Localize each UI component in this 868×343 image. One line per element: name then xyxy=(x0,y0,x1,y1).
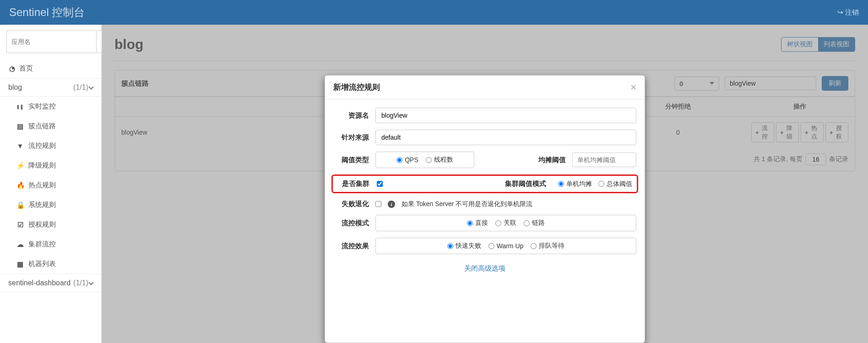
label-cluster: 是否集群 xyxy=(337,180,369,188)
label-threshold: 均摊阈值 xyxy=(538,156,566,164)
list-icon: ▤ xyxy=(16,122,24,131)
cluster-highlighted-row: 是否集群 集群阈值模式 单机均摊 总体阈值 xyxy=(331,174,638,193)
grid-icon: ▦ xyxy=(16,260,24,268)
check-icon: ☑ xyxy=(16,221,24,229)
label-cluster-mode: 集群阈值模式 xyxy=(505,180,546,188)
origin-input[interactable] xyxy=(375,130,636,145)
sidebar-item-flow-rule[interactable]: ▼流控规则 xyxy=(0,136,101,156)
app-header-blog[interactable]: blog (1/1) xyxy=(0,78,101,97)
grade-radio-group: QPS 线程数 xyxy=(375,152,474,168)
sidebar: 搜索 ◔ 首页 blog (1/1) ⫾⫿实时监控 ▤簇点链路 ▼流控规则 ⚡降… xyxy=(0,25,102,343)
bolt-icon: ⚡ xyxy=(16,162,24,170)
sidebar-item-cluster-flow[interactable]: ☁集群流控 xyxy=(0,234,101,254)
filter-icon: ▼ xyxy=(16,142,24,150)
cluster-checkbox[interactable] xyxy=(377,181,383,187)
effect-radio-group: 快速失败 Warm Up 排队等待 xyxy=(375,238,636,254)
main-content: blog 树状视图 列表视图 簇点链路 0 刷新 xyxy=(102,25,868,343)
label-fallback: 失败退化 xyxy=(333,200,369,208)
app-header-dashboard[interactable]: sentinel-dashboard (1/1) xyxy=(0,274,101,292)
effect-queue-radio[interactable]: 排队等待 xyxy=(531,242,564,250)
strategy-radio-group: 直接 关联 链路 xyxy=(375,215,636,231)
fallback-text: 如果 Token Server 不可用是否退化到单机限流 xyxy=(401,200,532,208)
app-name: blog xyxy=(8,83,22,92)
nav-home-label: 首页 xyxy=(19,64,33,73)
flow-rule-modal: 新增流控规则 × 资源名 针对来源 阈值类型 QPS xyxy=(325,75,645,343)
fire-icon: 🔥 xyxy=(16,181,24,190)
close-advanced-link[interactable]: 关闭高级选项 xyxy=(333,261,636,279)
chevron-down-icon xyxy=(88,280,93,285)
cluster-avg-radio[interactable]: 单机均摊 xyxy=(558,180,592,188)
label-origin: 针对来源 xyxy=(333,133,369,142)
logout-link[interactable]: ↪ 注销 xyxy=(837,8,859,17)
resource-input[interactable] xyxy=(375,108,636,123)
sidebar-item-hotspot-rule[interactable]: 🔥热点规则 xyxy=(0,175,101,195)
label-strategy: 流控模式 xyxy=(333,219,369,228)
nav-home[interactable]: ◔ 首页 xyxy=(0,59,101,78)
effect-fast-radio[interactable]: 快速失败 xyxy=(447,242,481,250)
grade-thread-radio[interactable]: 线程数 xyxy=(426,156,453,164)
cloud-icon: ☁ xyxy=(16,240,24,249)
lock-icon: 🔒 xyxy=(16,201,24,209)
sidebar-item-degrade-rule[interactable]: ⚡降级规则 xyxy=(0,156,101,175)
label-resource: 资源名 xyxy=(333,111,369,120)
sidebar-item-auth-rule[interactable]: ☑授权规则 xyxy=(0,215,101,234)
clock-icon: ◔ xyxy=(8,65,16,73)
strategy-chain-radio[interactable]: 链路 xyxy=(524,219,545,227)
label-effect: 流控效果 xyxy=(333,242,369,250)
cluster-total-radio[interactable]: 总体阈值 xyxy=(598,180,632,188)
logout-label: 注销 xyxy=(845,8,859,17)
chevron-down-icon xyxy=(88,84,93,89)
grade-qps-radio[interactable]: QPS xyxy=(396,156,418,163)
strategy-direct-radio[interactable]: 直接 xyxy=(467,219,488,227)
brand-title: Sentinel 控制台 xyxy=(9,5,85,20)
info-icon: i xyxy=(388,201,395,208)
modal-backdrop[interactable]: 新增流控规则 × 资源名 针对来源 阈值类型 QPS xyxy=(102,25,868,343)
sidebar-item-machines[interactable]: ▦机器列表 xyxy=(0,254,101,274)
modal-title: 新增流控规则 xyxy=(333,82,380,93)
app-name: sentinel-dashboard xyxy=(8,279,71,287)
sidebar-item-realtime[interactable]: ⫾⫿实时监控 xyxy=(0,97,101,116)
strategy-relate-radio[interactable]: 关联 xyxy=(495,219,516,227)
fallback-checkbox[interactable] xyxy=(375,201,381,207)
threshold-input[interactable] xyxy=(572,152,636,167)
sidebar-item-system-rule[interactable]: 🔒系统规则 xyxy=(0,195,101,215)
top-bar: Sentinel 控制台 ↪ 注销 xyxy=(0,0,868,25)
chart-icon: ⫾⫿ xyxy=(16,103,24,110)
effect-warmup-radio[interactable]: Warm Up xyxy=(488,242,524,250)
sidebar-item-cluster-node[interactable]: ▤簇点链路 xyxy=(0,116,101,136)
label-grade: 阈值类型 xyxy=(333,156,369,164)
modal-close-button[interactable]: × xyxy=(630,82,636,93)
app-search-input[interactable] xyxy=(6,30,96,53)
logout-icon: ↪ xyxy=(837,8,843,16)
